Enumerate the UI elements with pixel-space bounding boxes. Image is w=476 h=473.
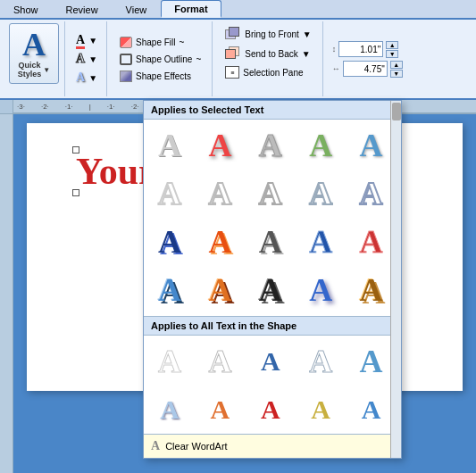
height-input[interactable]	[338, 41, 383, 57]
text-format-group: A ▼ A ▼ A ▼	[67, 21, 107, 96]
shape-effects-button[interactable]: Shape Effects	[114, 69, 206, 84]
wordart-style-12[interactable]: A	[197, 220, 242, 264]
text-outline-button[interactable]: A ▼	[71, 50, 103, 68]
wordart-a-icon: A	[22, 29, 46, 61]
width-input[interactable]	[343, 61, 388, 77]
selection-pane-button[interactable]: ≡ Selection Pane	[221, 64, 315, 80]
wordart-styles-grid-5: A A A A A	[144, 336, 401, 387]
text-effects-button[interactable]: A ▼	[71, 69, 103, 87]
wordart-style-15[interactable]: A	[349, 220, 394, 264]
wordart-style-22[interactable]: A	[197, 339, 242, 384]
wordart-style-26[interactable]: A	[147, 387, 192, 432]
shape-effects-label: Shape Effects	[136, 71, 191, 81]
tab-show[interactable]: Show	[0, 0, 52, 18]
wordart-style-5[interactable]: A	[349, 123, 394, 168]
height-down-arrow[interactable]: ▼	[386, 50, 398, 58]
shape-fill-button[interactable]: Shape Fill ~	[114, 35, 206, 50]
wordart-style-25[interactable]: A	[349, 339, 394, 384]
dropdown-header-all-text: Applies to All Text in the Shape	[144, 316, 401, 336]
arrange-group: Bring to Front ▼ Send to Back ▼ ≡ Select…	[214, 21, 323, 96]
wordart-style-8[interactable]: A	[248, 171, 293, 216]
width-down-arrow[interactable]: ▼	[390, 70, 403, 78]
bring-to-front-dropdown-icon: ▼	[303, 29, 312, 39]
bring-to-front-icon	[225, 27, 241, 41]
wordart-style-28[interactable]: A	[248, 387, 293, 432]
selection-pane-label: Selection Pane	[243, 68, 303, 78]
quick-styles-label: Quick Styles ▼	[18, 61, 50, 79]
bring-to-front-label: Bring to Front	[245, 29, 299, 39]
send-to-back-dropdown-icon: ▼	[302, 49, 311, 59]
wordart-styles-grid-4: A A A A A	[144, 268, 401, 316]
clear-wordart-button[interactable]: A Clear WordArt	[144, 434, 401, 458]
wordart-style-4[interactable]: A	[298, 123, 343, 168]
wordart-style-2[interactable]: A	[197, 123, 242, 168]
text-fill-dropdown-icon: ▼	[88, 36, 97, 46]
wordart-style-27[interactable]: A	[197, 387, 242, 432]
wordart-style-20[interactable]: A	[349, 268, 394, 312]
bring-to-front-button[interactable]: Bring to Front ▼	[221, 25, 315, 43]
height-up-arrow[interactable]: ▲	[386, 41, 398, 49]
shape-outline-dropdown-icon: ~	[196, 54, 201, 64]
tab-format[interactable]: Format	[161, 0, 221, 18]
quick-styles-group: A Quick Styles ▼	[4, 21, 65, 96]
handle-bottom-left[interactable]	[72, 189, 79, 196]
tab-bar: Show Review View Format	[0, 0, 476, 20]
wordart-style-13[interactable]: A	[248, 220, 293, 264]
wordart-style-16[interactable]: A	[147, 268, 192, 312]
wordart-styles-grid-2: A A A A A	[144, 171, 401, 220]
wordart-style-7[interactable]: A	[197, 171, 242, 216]
clear-wordart-icon: A	[151, 439, 160, 453]
handle-top-left[interactable]	[72, 146, 79, 154]
shape-fill-dropdown-icon: ~	[180, 37, 185, 47]
scrollbar-thumb[interactable]	[392, 103, 401, 120]
wordart-style-11[interactable]: A	[147, 220, 192, 264]
clear-wordart-label: Clear WordArt	[165, 441, 227, 452]
wordart-style-18[interactable]: A	[248, 268, 293, 312]
height-input-row: ↕ ▲ ▼	[332, 41, 403, 58]
text-fill-a-icon: A	[76, 33, 85, 47]
wordart-style-29[interactable]: A	[298, 387, 343, 432]
width-up-arrow[interactable]: ▲	[390, 61, 403, 69]
left-ruler	[0, 114, 13, 473]
tab-view[interactable]: View	[113, 0, 161, 18]
wordart-style-17[interactable]: A	[197, 268, 242, 312]
text-fill-button[interactable]: A ▼	[71, 31, 103, 49]
wordart-style-19[interactable]: A	[298, 268, 343, 312]
shape-fill-label: Shape Fill	[136, 37, 175, 47]
wordart-style-14[interactable]: A	[298, 220, 343, 264]
wordart-style-21[interactable]: A	[147, 339, 192, 384]
wordart-styles-grid-1: A A A A A	[144, 120, 401, 171]
width-spinner: ▲ ▼	[390, 61, 403, 78]
ribbon: A Quick Styles ▼ A ▼ A ▼ A ▼ Shape F	[0, 20, 476, 100]
wordart-styles-grid-3: A A A A A	[144, 220, 401, 268]
height-spinner: ▲ ▼	[386, 41, 398, 58]
width-input-row: ↔ ▲ ▼	[332, 61, 403, 78]
send-to-back-button[interactable]: Send to Back ▼	[221, 45, 315, 62]
send-to-back-label: Send to Back	[245, 49, 297, 59]
text-outline-dropdown-icon: ▼	[88, 54, 97, 64]
shape-outline-button[interactable]: Shape Outline ~	[114, 52, 206, 67]
width-icon: ↔	[332, 64, 340, 73]
wordart-style-10[interactable]: A	[349, 171, 394, 216]
text-effects-a-icon: A	[76, 71, 85, 85]
dropdown-header-selected-text: Applies to Selected Text	[144, 101, 401, 120]
wordart-style-6[interactable]: A	[147, 171, 192, 216]
shape-fill-icon	[120, 37, 132, 48]
wordart-style-9[interactable]: A	[298, 171, 343, 216]
quick-styles-button[interactable]: A Quick Styles ▼	[9, 23, 59, 84]
wordart-style-dropdown: Applies to Selected Text A A A A A A A A…	[143, 100, 402, 459]
wordart-style-24[interactable]: A	[298, 339, 343, 384]
wordart-style-30[interactable]: A	[349, 387, 394, 432]
wordart-style-3[interactable]: A	[248, 123, 293, 168]
shape-outline-label: Shape Outline	[136, 54, 192, 64]
shape-effects-icon	[120, 71, 132, 82]
wordart-style-23[interactable]: A	[248, 339, 293, 384]
dropdown-arrow-icon: ▼	[43, 66, 50, 74]
wordart-style-1[interactable]: A	[147, 123, 192, 168]
shape-outline-icon	[120, 54, 132, 65]
shape-format-group: Shape Fill ~ Shape Outline ~ Shape Effec…	[109, 21, 213, 96]
dropdown-scrollbar[interactable]	[390, 101, 401, 458]
send-to-back-icon	[225, 46, 241, 61]
tab-review[interactable]: Review	[53, 0, 112, 18]
height-icon: ↕	[332, 45, 337, 54]
